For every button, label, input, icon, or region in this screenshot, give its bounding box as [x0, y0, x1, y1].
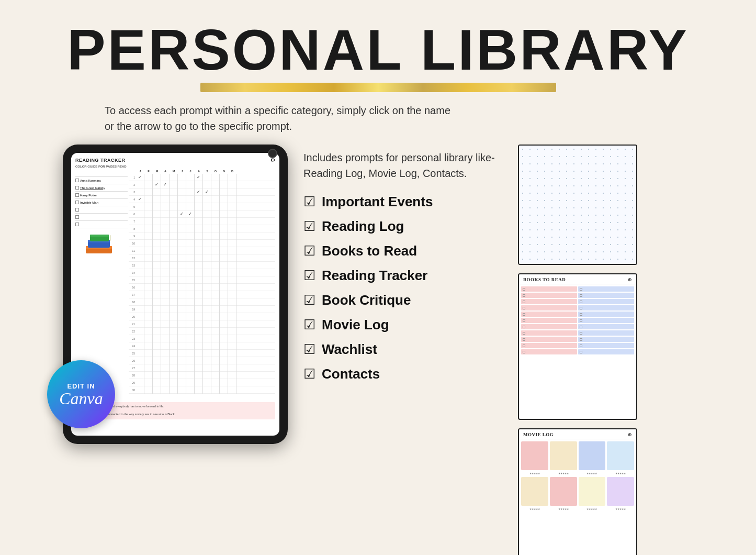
grid-cell	[203, 232, 211, 240]
grid-cell	[220, 232, 228, 240]
grid-cell	[220, 262, 228, 269]
table-row: 12	[129, 254, 275, 262]
grid-cell	[144, 240, 153, 247]
checkbox-icon[interactable]	[75, 215, 79, 219]
checkmark-icon: ☑	[303, 292, 315, 308]
list-item	[521, 286, 577, 292]
grid-cell	[195, 284, 203, 291]
checkbox-icon	[580, 307, 582, 309]
canva-badge[interactable]: EDIT IN Canva	[47, 360, 115, 428]
list-item	[521, 349, 577, 354]
grid-cell	[170, 350, 178, 357]
grid-cell	[195, 196, 203, 203]
grid-cell	[161, 232, 170, 240]
checkbox-icon	[580, 338, 582, 341]
card-body	[519, 284, 636, 414]
grid-cell	[220, 203, 228, 210]
movie-thumbnail	[521, 441, 548, 470]
grid-cell	[144, 210, 153, 218]
movie-thumbnail	[607, 441, 634, 470]
list-item	[521, 293, 577, 298]
grid-cell	[228, 335, 236, 342]
grid-cell	[136, 210, 144, 218]
grid-cell	[195, 372, 203, 379]
grid-cell	[170, 364, 178, 372]
grid-cell	[178, 350, 186, 357]
grid-cell	[170, 306, 178, 313]
grid-cell	[144, 379, 153, 386]
table-row: 17	[129, 291, 275, 298]
grid-cell	[178, 181, 186, 188]
grid-cell	[153, 203, 161, 210]
grid-cell	[220, 225, 228, 232]
grid-cell: ✓	[161, 181, 170, 188]
grid-cell	[178, 188, 186, 196]
grid-cell	[186, 328, 195, 335]
grid-cell	[153, 320, 161, 328]
movie-thumbnail	[550, 477, 577, 506]
movie-thumbnail	[579, 441, 606, 470]
grid-cell	[136, 335, 144, 342]
grid-cell	[195, 254, 203, 262]
row-number: 29	[129, 381, 136, 384]
checkbox-icon[interactable]	[75, 208, 79, 212]
grid-cell	[195, 203, 203, 210]
feature-label: Books to Read	[322, 243, 417, 259]
list-item	[521, 312, 577, 317]
grid-cell	[136, 357, 144, 364]
months-header: J F M A M J J A S O	[129, 170, 275, 173]
grid-cell	[161, 298, 170, 306]
checkbox-icon[interactable]	[75, 179, 79, 182]
grid-cell	[153, 328, 161, 335]
star-rating: ★★★★★	[607, 472, 634, 475]
grid-cell	[211, 357, 220, 364]
checkbox-icon[interactable]	[75, 186, 79, 190]
movie-log-card: MOVIE LOG ⊕ ★★★★★ ★★★★★ ★★★★★	[518, 428, 637, 555]
dotted-pattern	[519, 146, 636, 264]
grid-cell	[195, 364, 203, 372]
grid-cell	[161, 386, 170, 394]
grid-cell	[228, 262, 236, 269]
table-row: 30	[129, 386, 275, 394]
month-label: N	[220, 170, 228, 173]
grid-cell	[211, 386, 220, 394]
grid-cell	[203, 379, 211, 386]
grid-cell	[144, 284, 153, 291]
checkbox-icon	[523, 338, 525, 341]
grid-cell	[220, 218, 228, 225]
checkbox-icon[interactable]	[75, 193, 79, 197]
row-number: 20	[129, 315, 136, 318]
grid-cell	[186, 357, 195, 364]
grid-cell	[228, 203, 236, 210]
grid-cell	[211, 328, 220, 335]
books-to-read-card: BOOKS TO READ ⊕	[518, 273, 637, 420]
grid-cell	[203, 386, 211, 394]
grid-cells	[136, 320, 236, 328]
grid-cell	[144, 328, 153, 335]
grid-cell	[178, 364, 186, 372]
feature-item-book-critique: ☑ Book Critique	[303, 292, 502, 308]
grid-cell	[220, 196, 228, 203]
grid-cell	[153, 284, 161, 291]
list-item	[75, 221, 128, 228]
grid-cell	[161, 269, 170, 276]
gold-bar-decoration	[200, 83, 556, 92]
checkbox-icon[interactable]	[75, 223, 79, 226]
table-row: 10	[129, 240, 275, 247]
grid-cell	[228, 284, 236, 291]
grid-cells	[136, 372, 236, 379]
checkbox-icon	[580, 294, 582, 297]
row-number: 19	[129, 308, 136, 311]
checkbox-icon[interactable]	[75, 201, 79, 204]
grid-cell	[161, 218, 170, 225]
grid-cell	[211, 232, 220, 240]
grid-cell	[195, 210, 203, 218]
grid-cell	[161, 342, 170, 350]
checkbox-icon	[523, 319, 525, 322]
grid-cell	[161, 188, 170, 196]
grid-cell	[186, 284, 195, 291]
grid-cell	[136, 342, 144, 350]
grid-cell	[161, 313, 170, 320]
table-row: 24	[129, 342, 275, 350]
grid-cell	[178, 298, 186, 306]
